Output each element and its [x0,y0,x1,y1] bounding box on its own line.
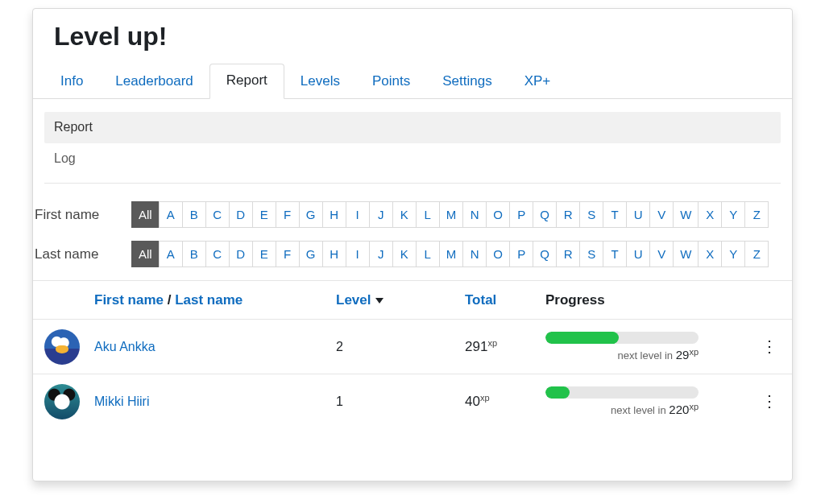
filter-letter-f[interactable]: F [276,201,300,228]
filter-letter-n[interactable]: N [462,241,487,267]
filter-letter-h[interactable]: H [322,241,346,267]
tab-report[interactable]: Report [209,64,284,99]
filter-letter-o[interactable]: O [486,201,510,228]
filter-letter-k[interactable]: K [392,201,417,228]
filter-letter-s[interactable]: S [579,241,603,267]
filter-letter-l[interactable]: L [416,201,440,228]
filter-letter-c[interactable]: C [205,241,230,267]
column-level[interactable]: Level [336,292,465,308]
subnav-log[interactable]: Log [44,143,781,175]
total-value: 40xp [465,393,545,410]
filter-letter-b[interactable]: B [182,241,206,267]
filter-letter-o[interactable]: O [486,241,510,267]
row-actions-menu-icon[interactable]: ⋮ [761,337,777,355]
filter-letter-l[interactable]: L [416,241,440,267]
filter-letter-h[interactable]: H [322,201,346,228]
filter-letter-e[interactable]: E [252,241,276,267]
sort-level[interactable]: Level [336,292,371,308]
tab-info[interactable]: Info [44,65,99,99]
filter-letter-v[interactable]: V [649,241,674,267]
progress-cell: next level in 29xp [545,332,758,361]
filter-letter-j[interactable]: J [369,201,393,228]
filter-letter-a[interactable]: A [159,201,183,228]
progress-caption: next level in 220xp [545,402,699,416]
filter-last-label: Last name [33,246,131,262]
primary-tabs: InfoLeaderboardReportLevelsPointsSetting… [33,63,792,99]
filter-letter-c[interactable]: C [205,201,230,228]
filter-letter-v[interactable]: V [649,201,674,228]
filter-letter-q[interactable]: Q [533,201,557,228]
filter-letter-r[interactable]: R [556,201,580,228]
filter-letter-t[interactable]: T [603,201,627,228]
filter-letter-m[interactable]: M [439,201,464,228]
filter-last-name-letters: AllABCDEFGHIJKLMNOPQRSTUVWXYZ [131,241,769,267]
progress-caption: next level in 29xp [545,347,699,361]
filter-letter-g[interactable]: G [299,201,323,228]
filter-letter-all[interactable]: All [131,241,160,267]
divider [44,183,781,184]
filter-letter-n[interactable]: N [462,201,487,228]
user-link[interactable]: Aku Ankka [94,340,155,353]
filter-letter-g[interactable]: G [299,241,323,267]
filter-letter-s[interactable]: S [579,201,603,228]
sort-first-name[interactable]: First name [94,292,164,308]
filter-letter-z[interactable]: Z [744,201,769,228]
column-total[interactable]: Total [465,292,545,308]
filter-letter-w[interactable]: W [673,201,699,228]
sort-desc-icon [375,298,383,304]
filter-letter-u[interactable]: U [626,241,650,267]
tab-leaderboard[interactable]: Leaderboard [99,65,209,99]
table-row: Aku Ankka2291xpnext level in 29xp⋮ [33,319,792,374]
filter-letter-e[interactable]: E [252,201,276,228]
column-name[interactable]: First name / Last name [94,292,336,308]
filter-letter-u[interactable]: U [626,201,650,228]
avatar[interactable] [44,329,80,365]
report-table: First name / Last name Level Total Progr… [33,280,792,428]
filters: First name AllABCDEFGHIJKLMNOPQRSTUVWXYZ… [33,201,781,267]
row-actions-menu-icon[interactable]: ⋮ [761,392,777,410]
filter-first-name-row: First name AllABCDEFGHIJKLMNOPQRSTUVWXYZ [33,201,781,228]
filter-letter-p[interactable]: P [509,241,533,267]
filter-letter-m[interactable]: M [439,241,464,267]
tab-levels[interactable]: Levels [284,65,356,99]
user-link[interactable]: Mikki Hiiri [94,395,149,408]
tab-settings[interactable]: Settings [426,65,508,99]
total-value: 291xp [465,338,545,355]
progress-cell: next level in 220xp [545,386,758,416]
filter-letter-z[interactable]: Z [744,241,769,267]
avatar[interactable] [44,384,80,419]
subnav: Report Log [44,112,781,184]
filter-letter-w[interactable]: W [673,241,699,267]
progress-bar [545,332,699,344]
table-header-row: First name / Last name Level Total Progr… [33,280,792,319]
filter-letter-all[interactable]: All [131,201,160,228]
subnav-report[interactable]: Report [44,112,781,143]
sort-last-name[interactable]: Last name [175,292,243,308]
table-row: Mikki Hiiri140xpnext level in 220xp⋮ [33,374,792,428]
filter-last-name-row: Last name AllABCDEFGHIJKLMNOPQRSTUVWXYZ [33,241,781,267]
filter-first-name-letters: AllABCDEFGHIJKLMNOPQRSTUVWXYZ [131,201,769,228]
filter-letter-y[interactable]: Y [721,241,745,267]
filter-letter-x[interactable]: X [698,201,722,228]
tab-points[interactable]: Points [356,65,426,99]
filter-letter-t[interactable]: T [603,241,627,267]
filter-letter-r[interactable]: R [556,241,580,267]
filter-letter-d[interactable]: D [229,201,253,228]
tab-xp-[interactable]: XP+ [508,65,567,99]
filter-letter-d[interactable]: D [229,241,253,267]
filter-letter-j[interactable]: J [369,241,393,267]
filter-letter-p[interactable]: P [509,201,533,228]
filter-letter-k[interactable]: K [392,241,417,267]
filter-letter-y[interactable]: Y [721,201,745,228]
filter-letter-a[interactable]: A [159,241,183,267]
filter-letter-b[interactable]: B [182,201,206,228]
levelup-card: Level up! InfoLeaderboardReportLevelsPoi… [32,8,793,481]
filter-letter-f[interactable]: F [276,241,300,267]
column-progress: Progress [545,292,758,308]
filter-letter-i[interactable]: I [346,241,370,267]
filter-letter-x[interactable]: X [698,241,722,267]
progress-bar [545,386,699,399]
filter-letter-i[interactable]: I [346,201,370,228]
filter-first-label: First name [33,207,131,223]
filter-letter-q[interactable]: Q [533,241,557,267]
